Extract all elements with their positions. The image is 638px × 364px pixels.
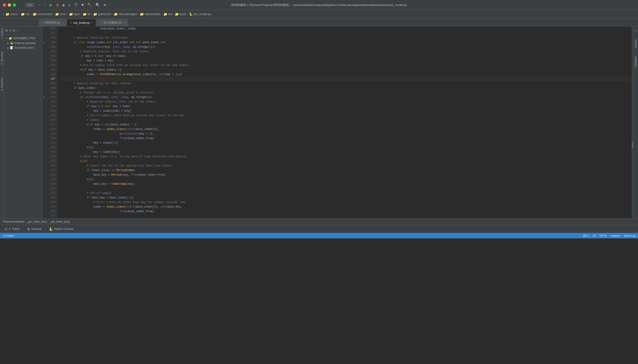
breadcrumb-statsmodels[interactable]: 📁 statsmodels (140, 12, 160, 16)
maximize-button[interactable] (13, 4, 16, 6)
code-line-314: key = index[nobs + key] (60, 109, 633, 113)
tab-close-icon[interactable]: × (91, 22, 93, 24)
line-numbers: 296 297 298 299 300 301 302 303 304 305 … (46, 26, 58, 218)
gutter-308 (43, 81, 46, 86)
search-icon[interactable]: 🔍 (96, 3, 100, 7)
tree-item-label: External Libraries (15, 42, 36, 45)
tab-close-icon[interactable]: × (123, 22, 125, 24)
nav-method[interactable]: _get_index_loc() (49, 220, 70, 223)
project-panel-expand-icon[interactable]: ⊞ (6, 28, 7, 32)
sidebar-item-sciview[interactable]: SciView (634, 38, 638, 50)
forward-icon[interactable]: → (44, 3, 46, 7)
breadcrumb-tsa[interactable]: 📁 tsa (163, 12, 172, 16)
tab-todo[interactable]: ☑ 6: TODO (3, 226, 22, 232)
breadcrumb-envs[interactable]: 📁 envs (55, 12, 66, 16)
back-icon[interactable]: ← (38, 3, 40, 7)
window-title: 深圳杯建模 [~/PycharmProjects/深圳杯建模] - ~/anac… (231, 3, 407, 7)
tab-tsa-model[interactable]: P tsa_model.py × (67, 19, 96, 26)
sidebar-item-database[interactable]: Database (634, 54, 638, 69)
stop-icon[interactable]: ■ (82, 3, 84, 7)
scroll-thumb[interactable] (632, 142, 633, 148)
tree-expand-arrow: ▼ (6, 37, 8, 40)
line-num-313: 313 (46, 104, 57, 109)
line-num-333: 333 (46, 196, 57, 200)
line-num-328: 328 (46, 173, 57, 177)
nav-class[interactable]: TimeSeriesModel › _get_index_loc() (3, 220, 47, 223)
code-line-300: isinstance(key, (int, long, np.integer))… (60, 45, 633, 49)
tab-close-icon[interactable]: × (62, 22, 63, 24)
line-num-330: 330 (46, 182, 57, 186)
project-panel-settings-icon[interactable]: ⚙ (13, 28, 15, 32)
fold-icon[interactable]: ▶ (44, 96, 45, 99)
gutter-333 (43, 196, 46, 200)
content-row: 1: Project 2: Structure 2: Favorites ⊞ ≡… (0, 26, 638, 218)
breadcrumb-wjue[interactable]: 📁 wjue (69, 12, 80, 16)
close-button[interactable] (3, 4, 6, 6)
breadcrumb-lib[interactable]: 📁 lib (83, 12, 91, 16)
tab-python-console[interactable]: 🐍 Python Console (47, 226, 76, 232)
breadcrumb-tsa-model-py[interactable]: 🐍 tsa_model.py (189, 12, 211, 16)
gutter-310 (43, 90, 46, 95)
line-num-310: 310 (46, 90, 57, 95)
status-line-separator[interactable]: LF (593, 234, 596, 237)
gutter-296 (43, 26, 46, 31)
debug-icon[interactable]: ⚙ (56, 2, 59, 8)
gutter-314 (43, 109, 46, 113)
line-num-319: 319 (46, 132, 57, 136)
code-line-299: if (not range_index and int_index and no… (60, 40, 633, 45)
breadcrumb-users[interactable]: 📁 Users (6, 12, 18, 16)
build-icon[interactable]: 🔨 (87, 3, 92, 7)
coverage-icon[interactable]: ◉ (62, 3, 65, 7)
gutter-312 (43, 100, 46, 104)
tab-terminal[interactable]: ⊞ Terminal (25, 226, 44, 232)
sidebar-item-structure[interactable]: 2: Structure (0, 50, 4, 66)
status-indent[interactable]: 4 spaces (610, 234, 620, 237)
line-num-332: 332 (46, 191, 57, 196)
fold-icon[interactable]: ▶ (44, 41, 45, 44)
traffic-lights (3, 4, 16, 6)
gutter-305 (43, 68, 46, 72)
gutter: ▶ ▶ (43, 26, 46, 218)
tab-jinjinnianshu[interactable]: C 近几年数据.csv × (97, 19, 128, 26)
breadcrumb-base[interactable]: 📁 base (175, 12, 186, 16)
sidebar-item-project[interactable]: 1: Project (0, 26, 4, 41)
line-num-334: 334 (46, 200, 57, 204)
gutter-322 (43, 145, 46, 150)
scratches-icon: 📝 (10, 46, 14, 49)
gutter-316 (43, 118, 46, 122)
project-panel-minimize-icon[interactable]: — (17, 29, 19, 32)
tab-shijianzulie[interactable]: P 时间序列.py × (39, 19, 66, 26)
tree-item-scratches[interactable]: ▶ 📝 Scratches and C (4, 46, 42, 50)
run-icon[interactable]: ▶ (50, 2, 52, 8)
terminal-icon[interactable]: ⊞ (104, 3, 106, 7)
code-editor[interactable]: ▶ ▶ (43, 26, 633, 218)
breadcrumb-root[interactable]: / (3, 12, 4, 16)
breadcrumb-ren[interactable]: 📁 ren (21, 12, 30, 16)
gutter-309 (43, 86, 46, 90)
status-position[interactable]: 307:1 (583, 234, 589, 237)
line-num-308: 308 (46, 81, 57, 86)
vcs-branch-button[interactable]: 123 (25, 3, 34, 7)
status-event-log[interactable]: Event Log (624, 234, 635, 237)
gutter-335 (43, 204, 46, 209)
rerun-icon[interactable]: ↺ (68, 3, 71, 7)
line-num-324: 324 (46, 154, 57, 159)
profile-icon[interactable]: ⏱ (74, 3, 78, 7)
breadcrumb-anaconda3[interactable]: 📁 anaconda3 (33, 12, 52, 16)
tree-item-project-root[interactable]: ▼ 📁 深圳杯建模 [~/PyC (4, 36, 42, 41)
breadcrumb-site-packages[interactable]: 📁 site-packages (114, 12, 137, 16)
gutter-307 (43, 77, 46, 81)
gutter-301 (43, 49, 46, 54)
status-encoding[interactable]: UTF-8 (599, 234, 606, 237)
line-num-311: 311 (46, 95, 57, 100)
csv-file-icon: C (100, 21, 102, 24)
code-line-304: # Out-of-sample (note that we include ke… (60, 63, 633, 68)
tree-item-external-libraries[interactable]: ▶ 📚 External Libraries (4, 41, 42, 46)
breadcrumb-python36[interactable]: 📁 python3.6 (93, 12, 111, 16)
minimize-button[interactable] (8, 4, 11, 6)
sidebar-item-favorites[interactable]: 2: Favorites (0, 76, 4, 92)
project-panel-collapse-icon[interactable]: ≡ (9, 29, 11, 32)
folder-icon: 📁 (21, 12, 25, 16)
folder-icon: 📁 (69, 12, 73, 16)
tab-label: 近几年数据.csv (103, 21, 122, 25)
